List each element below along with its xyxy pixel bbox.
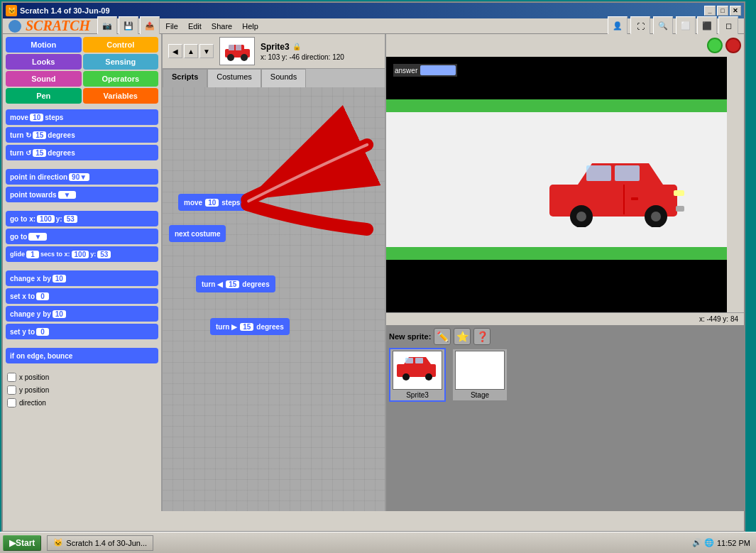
svg-rect-20: [415, 358, 423, 363]
script-next-costume[interactable]: next costume: [169, 225, 226, 242]
sprites-row: Sprite3 Stage: [389, 348, 741, 402]
script-move10[interactable]: move 10 steps: [178, 194, 246, 211]
svg-rect-5: [236, 45, 241, 50]
block-point-towards[interactable]: point towards ▼: [6, 187, 158, 202]
block-point-direction[interactable]: point in direction 90▼: [6, 169, 158, 185]
cat-operators-btn[interactable]: Operators: [83, 71, 159, 87]
sprite-thumbnail: [219, 37, 255, 65]
cat-control-btn[interactable]: Control: [83, 37, 159, 53]
script-turn-left[interactable]: turn ◀ 15 degrees: [196, 275, 275, 292]
close-button[interactable]: ✕: [730, 6, 741, 16]
checkbox-direction-label: direction: [19, 399, 46, 407]
taskbar-scratch-item[interactable]: 🐱 Scratch 1.4 of 30-Jun...: [47, 535, 153, 551]
paint-sprite-btn[interactable]: ✏️: [434, 328, 451, 345]
checkbox-y-input[interactable]: [7, 385, 16, 395]
block-goto-xy[interactable]: go to x: 100 y: 53: [6, 211, 158, 226]
block-set-x[interactable]: set x to 0: [6, 288, 158, 304]
camera-btn[interactable]: 📷: [97, 16, 117, 36]
block-change-y[interactable]: change y by 10: [6, 306, 158, 322]
maximize-button[interactable]: □: [717, 6, 728, 16]
cat-motion-btn[interactable]: Motion: [6, 37, 82, 53]
zoom-btn[interactable]: 🔍: [653, 16, 673, 36]
stage-canvas: answer: [386, 57, 727, 312]
scripts-nav-down[interactable]: ▼: [199, 44, 214, 58]
block-move[interactable]: move 10 steps: [6, 109, 158, 125]
clock: 11:52 PM: [717, 539, 750, 547]
svg-rect-16: [631, 197, 638, 200]
svg-point-22: [425, 373, 432, 380]
scripts-tabs: Scripts Costumes Sounds: [163, 69, 385, 87]
coords-text: x: -449 y: 84: [699, 315, 738, 323]
checkbox-x-position: x position: [6, 372, 158, 383]
block-change-x[interactable]: change x by 10: [6, 270, 158, 286]
menu-file[interactable]: File: [161, 21, 182, 32]
checkbox-direction: direction: [6, 398, 158, 408]
cat-looks-btn[interactable]: Looks: [6, 54, 82, 70]
svg-rect-4: [229, 45, 234, 50]
sprite-shelf: New sprite: ✏️ ⭐ ❓: [386, 325, 744, 511]
view-btn2[interactable]: ⬛: [697, 16, 717, 36]
view-btn3[interactable]: ◻: [718, 16, 738, 36]
svg-rect-14: [674, 190, 684, 196]
svg-rect-17: [676, 206, 684, 212]
stage-bottom-black: [386, 260, 727, 312]
cat-sensing-btn[interactable]: Sensing: [83, 54, 159, 70]
blocks-list: move 10 steps turn ↻ 15 degrees turn ↺ 1…: [3, 106, 161, 511]
stage-green-stripe-top: [386, 99, 727, 112]
stage-toolbar: [386, 34, 744, 57]
disk-btn[interactable]: 💾: [119, 16, 138, 36]
stop-btn[interactable]: [725, 38, 741, 53]
script-turn-right[interactable]: turn ▶ 15 degrees: [210, 318, 290, 335]
fullscreen-btn[interactable]: ⛶: [630, 16, 650, 36]
scripts-nav-left[interactable]: ◀: [168, 44, 182, 58]
menu-help[interactable]: Help: [238, 21, 263, 32]
menu-edit[interactable]: Edit: [184, 21, 206, 32]
cat-sound-btn[interactable]: Sound: [6, 71, 82, 87]
svg-rect-9: [615, 165, 640, 181]
block-turn-cw[interactable]: turn ↻ 15 degrees: [6, 127, 158, 143]
app-icon: 🐱: [6, 5, 17, 16]
block-goto[interactable]: go to ▼: [6, 229, 158, 244]
star-sprite-btn[interactable]: ⭐: [454, 328, 471, 345]
checkbox-x-input[interactable]: [7, 373, 16, 382]
answer-box: answer: [393, 64, 457, 77]
stage-area: answer: [386, 34, 744, 511]
green-flag-btn[interactable]: [707, 38, 723, 53]
car-sprite: [542, 156, 699, 227]
svg-point-11: [576, 212, 586, 221]
minimize-button[interactable]: _: [704, 6, 716, 16]
person-icon-btn[interactable]: 👤: [608, 16, 628, 36]
menu-share[interactable]: Share: [207, 21, 236, 32]
scripts-nav-up[interactable]: ▲: [184, 44, 198, 58]
sprite-tile-stage[interactable]: Stage: [451, 348, 508, 402]
cat-pen-btn[interactable]: Pen: [6, 88, 82, 104]
tab-sounds[interactable]: Sounds: [261, 69, 306, 87]
sprite-info: Sprite3 🔒 x: 103 y: -46 direction: 120: [261, 42, 344, 61]
sprite-name: Sprite3: [261, 42, 290, 52]
category-buttons: Motion Control Looks Sensing Sound Opera…: [3, 34, 161, 106]
new-sprite-icons: ✏️ ⭐ ❓: [434, 328, 491, 345]
cat-variables-btn[interactable]: Variables: [83, 88, 159, 104]
block-bounce[interactable]: if on edge, bounce: [6, 348, 158, 363]
tray-icons: 🔊 🌐: [692, 538, 714, 547]
block-set-y[interactable]: set y to 0: [6, 324, 158, 339]
sprite-tile-sprite3[interactable]: Sprite3: [389, 348, 446, 402]
block-turn-ccw[interactable]: turn ↺ 15 degrees: [6, 145, 158, 160]
new-sprite-label: New sprite:: [389, 332, 431, 341]
share-btn[interactable]: 📤: [140, 16, 160, 36]
tab-costumes[interactable]: Costumes: [207, 69, 261, 87]
sprite3-thumb: [393, 351, 442, 390]
stage-top-black: [386, 57, 727, 99]
question-sprite-btn[interactable]: ❓: [473, 328, 491, 345]
block-glide[interactable]: glide 1 secs to x: 100 y: 53: [6, 246, 158, 262]
checkbox-x-label: x position: [19, 373, 49, 381]
view-btn1[interactable]: ⬜: [676, 16, 696, 36]
coords-bar: x: -449 y: 84: [386, 312, 744, 325]
tab-scripts[interactable]: Scripts: [163, 69, 207, 87]
sprite3-name: Sprite3: [406, 391, 429, 399]
start-button[interactable]: ▶ Start: [3, 535, 41, 551]
taskbar: ▶ Start 🐱 Scratch 1.4 of 30-Jun... 🔊 🌐 1…: [0, 532, 756, 553]
checkbox-y-label: y position: [19, 386, 49, 394]
svg-rect-19: [405, 358, 413, 363]
checkbox-direction-input[interactable]: [7, 398, 16, 407]
